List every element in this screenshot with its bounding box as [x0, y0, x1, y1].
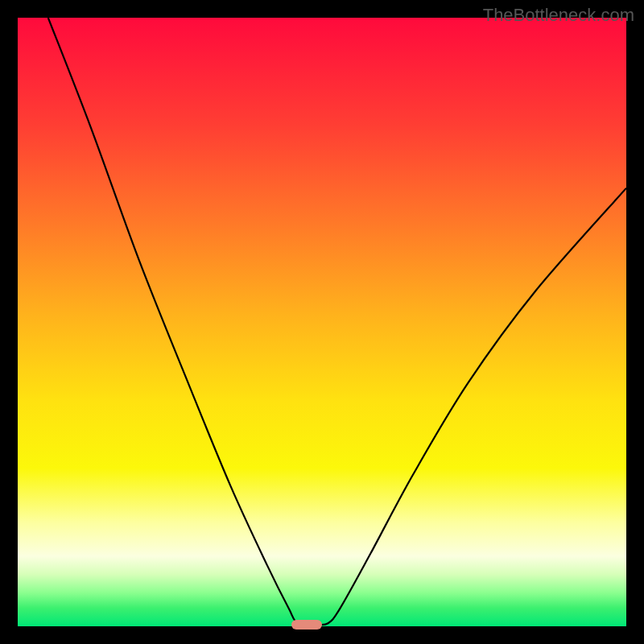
- watermark-text: TheBottleneck.com: [483, 5, 634, 26]
- chart-plot-area: [18, 18, 626, 626]
- chart-svg: [18, 18, 626, 626]
- bottleneck-curve: [48, 18, 626, 625]
- optimal-marker: [291, 620, 322, 630]
